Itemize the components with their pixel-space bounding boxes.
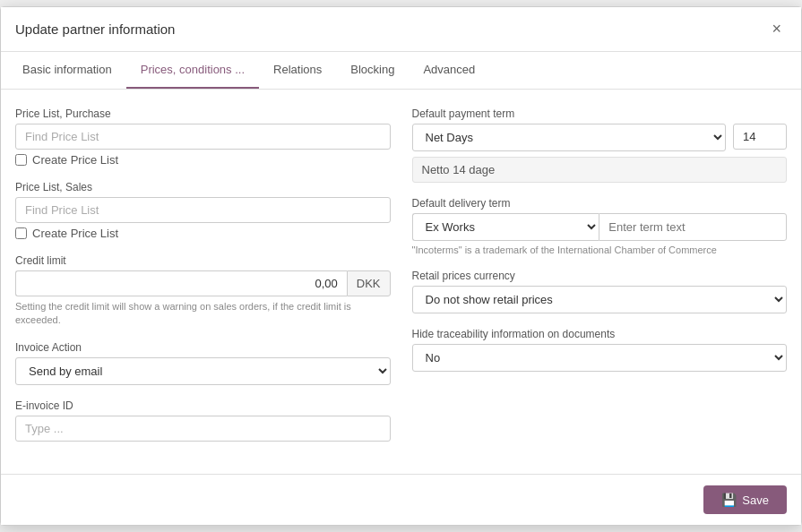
modal-header: Update partner information × — [1, 7, 801, 52]
default-payment-term-label: Default payment term — [412, 107, 788, 120]
default-delivery-term-group: Default delivery term Ex Works FOB CIF "… — [412, 197, 788, 255]
tab-basic-information[interactable]: Basic information — [8, 52, 126, 89]
hide-traceability-label: Hide traceability information on documen… — [412, 328, 788, 340]
modal-title: Update partner information — [15, 21, 175, 37]
left-column: Price List, Purchase Create Price List P… — [15, 107, 391, 457]
credit-limit-label: Credit limit — [15, 254, 391, 267]
credit-currency: DKK — [347, 270, 391, 296]
e-invoice-id-group: E-invoice ID — [15, 399, 391, 442]
price-list-purchase-input[interactable] — [15, 124, 391, 150]
credit-limit-hint: Setting the credit limit will show a war… — [15, 300, 391, 328]
e-invoice-id-label: E-invoice ID — [15, 399, 391, 412]
invoice-action-label: Invoice Action — [15, 341, 391, 354]
create-price-list-sales-checkbox[interactable] — [15, 227, 27, 239]
tab-bar: Basic information Prices, conditions ...… — [1, 52, 801, 90]
price-list-sales-group: Price List, Sales Create Price List — [15, 181, 391, 240]
retail-prices-currency-group: Retail prices currency Do not show retai… — [412, 270, 788, 313]
close-button[interactable]: × — [766, 18, 787, 40]
payment-term-row: Net Days 30 Days Immediate Payment — [412, 124, 788, 151]
save-button[interactable]: 💾 Save — [703, 485, 787, 514]
retail-prices-currency-label: Retail prices currency — [412, 270, 788, 282]
create-price-list-sales-group: Create Price List — [15, 227, 391, 240]
right-column: Default payment term Net Days 30 Days Im… — [412, 107, 788, 457]
create-price-list-sales-label: Create Price List — [32, 227, 118, 240]
hide-traceability-group: Hide traceability information on documen… — [412, 328, 788, 372]
invoice-action-group: Invoice Action Send by email Print Nothi… — [15, 341, 391, 385]
update-partner-modal: Update partner information × Basic infor… — [0, 6, 802, 527]
payment-term-select[interactable]: Net Days 30 Days Immediate Payment — [412, 124, 727, 151]
tab-advanced[interactable]: Advanced — [409, 52, 489, 89]
default-payment-term-group: Default payment term Net Days 30 Days Im… — [412, 107, 788, 183]
tab-blocking[interactable]: Blocking — [336, 52, 409, 89]
netto-badge: Netto 14 dage — [412, 157, 788, 183]
default-delivery-term-label: Default delivery term — [412, 197, 788, 210]
price-list-purchase-group: Price List, Purchase Create Price List — [15, 107, 391, 167]
modal-footer: 💾 Save — [1, 474, 801, 525]
save-label: Save — [742, 493, 769, 507]
incoterms-hint: "Incoterms" is a trademark of the Intern… — [412, 245, 788, 255]
delivery-term-text-input[interactable] — [599, 213, 787, 241]
retail-prices-currency-select[interactable]: Do not show retail prices EUR DKK — [412, 286, 788, 313]
price-list-sales-input[interactable] — [15, 197, 391, 223]
price-list-purchase-label: Price List, Purchase — [15, 107, 391, 120]
tab-relations[interactable]: Relations — [259, 52, 336, 89]
modal-body: Price List, Purchase Create Price List P… — [1, 90, 801, 475]
tab-prices-conditions[interactable]: Prices, conditions ... — [126, 52, 259, 89]
price-list-sales-label: Price List, Sales — [15, 181, 391, 193]
credit-limit-input[interactable] — [15, 270, 347, 296]
credit-limit-group: Credit limit DKK Setting the credit limi… — [15, 254, 391, 328]
delivery-term-row: Ex Works FOB CIF — [412, 213, 788, 241]
save-icon: 💾 — [721, 493, 737, 507]
e-invoice-id-input[interactable] — [15, 416, 391, 442]
create-price-list-purchase-label: Create Price List — [32, 153, 118, 167]
create-price-list-purchase-group: Create Price List — [15, 153, 391, 167]
delivery-term-select[interactable]: Ex Works FOB CIF — [412, 213, 599, 241]
credit-limit-row: DKK — [15, 270, 391, 296]
hide-traceability-select[interactable]: No Yes — [412, 344, 788, 372]
payment-term-days-input[interactable] — [733, 124, 787, 150]
create-price-list-purchase-checkbox[interactable] — [15, 154, 27, 166]
invoice-action-select[interactable]: Send by email Print Nothing — [15, 357, 391, 385]
